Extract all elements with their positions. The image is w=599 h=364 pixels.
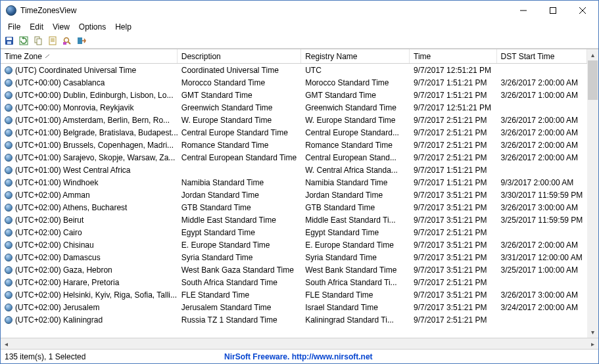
globe-icon [5, 279, 12, 286]
list-view: Time Zone Description Registry Name Time… [1, 49, 598, 349]
cell-timezone: (UTC+02:00) Cairo [1, 228, 178, 237]
cell-dst-start-time: 3/30/2017 11:59:59 PM [497, 191, 587, 200]
menu-edit[interactable]: Edit [25, 21, 48, 33]
cell-registry-name: Jordan Standard Time [301, 191, 410, 200]
header-time[interactable]: Time [410, 49, 497, 63]
table-row[interactable]: (UTC+02:00) BeirutMiddle East Standard T… [1, 214, 587, 226]
table-row[interactable]: (UTC+01:00) WindhoekNamibia Standard Tim… [1, 176, 587, 189]
table-row[interactable]: (UTC+01:00) Amsterdam, Berlin, Bern, Ro.… [1, 114, 587, 126]
cell-dst-start-time: 3/26/2017 3:00:00 AM [497, 290, 587, 300]
column-headers: Time Zone Description Registry Name Time… [1, 49, 598, 64]
table-row[interactable]: (UTC+02:00) CairoEgypt Standard TimeEgyp… [1, 226, 587, 239]
cell-time: 9/7/2017 2:51:21 PM [410, 153, 497, 162]
vertical-scrollbar[interactable]: ▴ ▾ [587, 49, 598, 338]
cell-time: 9/7/2017 1:51:21 PM [410, 166, 497, 175]
menu-options[interactable]: Options [74, 21, 110, 33]
globe-icon [5, 141, 12, 149]
cell-timezone: (UTC+02:00) Jerusalem [1, 303, 178, 312]
copy-icon[interactable] [32, 35, 44, 47]
cell-description: Russia TZ 1 Standard Time [178, 315, 301, 325]
refresh-icon[interactable] [18, 35, 30, 47]
titlebar: TimeZonesView [1, 1, 598, 20]
status-link[interactable]: NirSoft Freeware. http://www.nirsoft.net [224, 352, 598, 361]
header-registry-name[interactable]: Registry Name [301, 49, 410, 63]
table-row[interactable]: (UTC+02:00) Helsinki, Kyiv, Riga, Sofia,… [1, 288, 587, 301]
exit-icon[interactable] [76, 35, 87, 47]
cell-registry-name: W. Europe Standard Time [301, 116, 410, 125]
cell-description: Namibia Standard Time [178, 178, 301, 187]
cell-time: 9/7/2017 2:51:21 PM [410, 128, 497, 137]
scroll-thumb[interactable] [588, 60, 598, 100]
svg-line-18 [45, 55, 49, 58]
find-icon[interactable] [61, 35, 73, 47]
header-timezone[interactable]: Time Zone [1, 49, 178, 63]
table-row[interactable]: (UTC+02:00) Athens, BucharestGTB Standar… [1, 201, 587, 214]
cell-time: 9/7/2017 3:51:21 PM [410, 253, 497, 262]
save-icon[interactable] [3, 35, 15, 47]
maximize-button[interactable] [538, 1, 567, 20]
globe-icon [5, 254, 12, 262]
table-row[interactable]: (UTC+01:00) Belgrade, Bratislava, Budape… [1, 126, 587, 139]
scroll-right-arrow-icon[interactable]: ▸ [587, 338, 598, 350]
menu-file[interactable]: File [3, 21, 25, 33]
globe-icon [5, 79, 12, 87]
table-row[interactable]: (UTC+02:00) DamascusSyria Standard TimeS… [1, 251, 587, 263]
cell-timezone: (UTC+02:00) Helsinki, Kyiv, Riga, Sofia,… [1, 290, 178, 300]
table-row[interactable]: (UTC+01:00) Brussels, Copenhagen, Madri.… [1, 139, 587, 151]
minimize-button[interactable] [508, 1, 538, 20]
cell-dst-start-time: 3/31/2017 12:00:00 AM [497, 253, 587, 262]
table-row[interactable]: (UTC+02:00) Gaza, HebronWest Bank Gaza S… [1, 263, 587, 276]
cell-time: 9/7/2017 12:51:21 PM [410, 103, 497, 112]
svg-rect-10 [49, 37, 56, 45]
sort-indicator-icon [45, 52, 50, 61]
globe-icon [5, 154, 12, 162]
scroll-track[interactable] [12, 338, 587, 350]
cell-description: Coordinated Universal Time [178, 66, 301, 75]
table-row[interactable]: (UTC+02:00) JerusalemJerusalem Standard … [1, 301, 587, 313]
cell-dst-start-time: 3/26/2017 2:00:00 AM [497, 78, 587, 87]
scroll-up-arrow-icon[interactable]: ▴ [587, 49, 598, 60]
table-row[interactable]: (UTC+00:00) CasablancaMorocco Standard T… [1, 76, 587, 89]
globe-icon [5, 204, 12, 212]
cell-registry-name: Central Europe Standard... [301, 128, 410, 137]
cell-timezone: (UTC+01:00) Windhoek [1, 178, 178, 187]
cell-description: GMT Standard Time [178, 91, 301, 100]
cell-timezone: (UTC+02:00) Gaza, Hebron [1, 265, 178, 275]
close-button[interactable] [567, 1, 597, 20]
table-row[interactable]: (UTC) Coordinated Universal TimeCoordina… [1, 64, 587, 76]
header-dst-start-time[interactable]: DST Start Time [497, 49, 587, 63]
table-row[interactable]: (UTC+00:00) Monrovia, ReykjavikGreenwich… [1, 101, 587, 114]
cell-timezone: (UTC+01:00) Brussels, Copenhagen, Madri.… [1, 141, 178, 150]
cell-dst-start-time: 3/26/2017 1:00:00 AM [497, 91, 587, 100]
cell-description: GTB Standard Time [178, 203, 301, 212]
cell-timezone: (UTC+02:00) Amman [1, 191, 178, 200]
cell-time: 9/7/2017 3:51:21 PM [410, 216, 497, 225]
scroll-left-arrow-icon[interactable]: ◂ [1, 338, 12, 350]
toolbar [1, 33, 598, 49]
menubar: File Edit View Options Help [1, 20, 598, 33]
cell-timezone: (UTC) Coordinated Universal Time [1, 66, 178, 75]
cell-timezone: (UTC+00:00) Dublin, Edinburgh, Lisbon, L… [1, 91, 178, 100]
cell-dst-start-time: 3/26/2017 2:00:00 AM [497, 153, 587, 162]
table-row[interactable]: (UTC+02:00) KaliningradRussia TZ 1 Stand… [1, 313, 587, 326]
svg-rect-5 [7, 37, 12, 40]
properties-icon[interactable] [47, 35, 59, 47]
header-description[interactable]: Description [178, 49, 301, 63]
horizontal-scrollbar[interactable]: ◂ ▸ [1, 338, 598, 349]
table-row[interactable]: (UTC+00:00) Dublin, Edinburgh, Lisbon, L… [1, 89, 587, 101]
scroll-track[interactable] [587, 60, 598, 327]
menu-help[interactable]: Help [110, 21, 136, 33]
globe-icon [5, 104, 12, 112]
cell-dst-start-time: 9/3/2017 2:00:00 AM [497, 178, 587, 187]
menu-view[interactable]: View [48, 21, 74, 33]
scroll-down-arrow-icon[interactable]: ▾ [587, 327, 598, 338]
cell-timezone: (UTC+02:00) Harare, Pretoria [1, 278, 178, 287]
table-row[interactable]: (UTC+02:00) AmmanJordan Standard TimeJor… [1, 189, 587, 201]
table-row[interactable]: (UTC+01:00) West Central AfricaW. Centra… [1, 164, 587, 176]
table-row[interactable]: (UTC+01:00) Sarajevo, Skopje, Warsaw, Za… [1, 151, 587, 164]
cell-description: FLE Standard Time [178, 290, 301, 300]
window-title: TimeZonesView [20, 6, 508, 15]
cell-timezone: (UTC+02:00) Chisinau [1, 240, 178, 250]
table-row[interactable]: (UTC+02:00) ChisinauE. Europe Standard T… [1, 239, 587, 251]
table-row[interactable]: (UTC+02:00) Harare, PretoriaSouth Africa… [1, 276, 587, 288]
